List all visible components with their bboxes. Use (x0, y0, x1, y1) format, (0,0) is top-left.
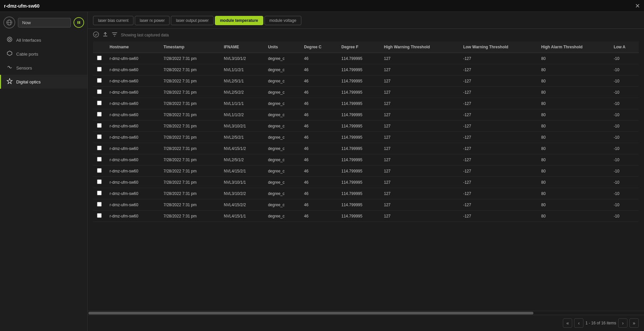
cell-degree-f: 114.799995 (337, 211, 380, 222)
now-button[interactable]: Now (18, 18, 71, 27)
row-checkbox[interactable] (97, 101, 102, 105)
filter-icon[interactable] (112, 31, 118, 39)
tab-module-temperature[interactable]: module temperature (215, 16, 263, 25)
cell-low-alarm: -10 (610, 177, 639, 188)
row-checkbox-cell[interactable] (93, 166, 106, 177)
row-checkbox[interactable] (97, 78, 102, 83)
row-checkbox-cell[interactable] (93, 87, 106, 98)
cell-low-warning: -127 (459, 132, 537, 143)
cell-low-warning: -127 (459, 211, 537, 222)
row-checkbox-cell[interactable] (93, 188, 106, 199)
svg-point-5 (7, 37, 12, 42)
row-checkbox[interactable] (97, 168, 102, 173)
cell-hostname: r-dmz-ufm-sw60 (106, 132, 160, 143)
tab-module-voltage[interactable]: module voltage (265, 16, 301, 25)
pagination-next-button[interactable]: › (618, 318, 627, 328)
cell-units: degree_c (264, 143, 300, 154)
tab-laser-output-power[interactable]: laser output power (171, 16, 214, 25)
row-checkbox[interactable] (97, 213, 102, 218)
sidebar-item-all-interfaces[interactable]: All Interfaces (0, 33, 87, 47)
row-checkbox[interactable] (97, 157, 102, 162)
row-checkbox[interactable] (97, 123, 102, 128)
row-checkbox[interactable] (97, 56, 102, 60)
row-checkbox-cell[interactable] (93, 199, 106, 211)
row-checkbox[interactable] (97, 202, 102, 207)
cell-degree-f: 114.799995 (337, 87, 380, 98)
row-checkbox-cell[interactable] (93, 154, 106, 166)
cell-degree-c: 46 (300, 109, 337, 120)
sidebar-item-cable-ports[interactable]: Cable ports (0, 47, 87, 61)
scrollbar-thumb[interactable] (88, 312, 533, 314)
cell-degree-f: 114.799995 (337, 154, 380, 166)
cell-high-alarm: 80 (537, 166, 610, 177)
col-hostname: Hostname (106, 41, 160, 53)
row-checkbox-cell[interactable] (93, 64, 106, 75)
cell-high-warning: 127 (380, 143, 459, 154)
tab-laser-rx-power[interactable]: laser rx power (135, 16, 170, 25)
cell-timestamp: 7/28/2022 7:31 pm (160, 211, 220, 222)
row-checkbox[interactable] (97, 179, 102, 184)
row-checkbox-cell[interactable] (93, 53, 106, 64)
cell-hostname: r-dmz-ufm-sw60 (106, 199, 160, 211)
cell-low-warning: -127 (459, 109, 537, 120)
cell-low-warning: -127 (459, 64, 537, 75)
table-header-row: Hostname Timestamp IFNAME Units Degree C… (93, 41, 639, 53)
cell-timestamp: 7/28/2022 7:31 pm (160, 132, 220, 143)
row-checkbox-cell[interactable] (93, 143, 106, 154)
row-checkbox[interactable] (97, 191, 102, 195)
cell-timestamp: 7/28/2022 7:31 pm (160, 199, 220, 211)
cell-high-warning: 127 (380, 75, 459, 87)
cell-hostname: r-dmz-ufm-sw60 (106, 64, 160, 75)
row-checkbox-cell[interactable] (93, 211, 106, 222)
main-layout: Now All Interfaces (0, 12, 644, 331)
row-checkbox[interactable] (97, 89, 102, 94)
row-checkbox[interactable] (97, 67, 102, 71)
row-checkbox-cell[interactable] (93, 132, 106, 143)
row-checkbox[interactable] (97, 146, 102, 150)
cell-high-alarm: 80 (537, 53, 610, 64)
cell-low-warning: -127 (459, 120, 537, 132)
row-checkbox[interactable] (97, 112, 102, 117)
upload-icon[interactable] (102, 31, 108, 39)
close-button[interactable]: ✕ (635, 3, 640, 9)
row-checkbox-cell[interactable] (93, 98, 106, 109)
sensors-icon (6, 64, 13, 71)
cell-degree-c: 46 (300, 211, 337, 222)
svg-marker-9 (7, 78, 12, 84)
cell-timestamp: 7/28/2022 7:31 pm (160, 120, 220, 132)
pagination-prev-button[interactable]: ‹ (574, 318, 583, 328)
row-checkbox-cell[interactable] (93, 109, 106, 120)
col-high-warning: High Warning Threshold (380, 41, 459, 53)
cell-units: degree_c (264, 177, 300, 188)
cell-hostname: r-dmz-ufm-sw60 (106, 75, 160, 87)
cell-degree-c: 46 (300, 75, 337, 87)
horizontal-scrollbar[interactable] (88, 311, 644, 315)
pagination-last-button[interactable]: » (629, 318, 639, 328)
cell-ifname: NVL2/5/2/1 (220, 132, 264, 143)
cell-low-alarm: -10 (610, 188, 639, 199)
table-row: r-dmz-ufm-sw60 7/28/2022 7:31 pm NVL1/1/… (93, 109, 639, 120)
cell-timestamp: 7/28/2022 7:31 pm (160, 177, 220, 188)
cell-ifname: NVL1/1/2/2 (220, 109, 264, 120)
cell-high-warning: 127 (380, 199, 459, 211)
tabs-bar: laser bias current laser rx power laser … (88, 12, 644, 29)
row-checkbox[interactable] (97, 134, 102, 139)
cell-timestamp: 7/28/2022 7:31 pm (160, 98, 220, 109)
sidebar: Now All Interfaces (0, 12, 88, 331)
pagination-first-button[interactable]: « (563, 318, 572, 328)
pause-button[interactable] (74, 17, 84, 28)
row-checkbox-cell[interactable] (93, 177, 106, 188)
sidebar-item-label-digital-optics: Digital optics (16, 79, 41, 84)
cell-high-alarm: 80 (537, 132, 610, 143)
sidebar-item-digital-optics[interactable]: Digital optics (0, 75, 87, 89)
tab-laser-bias-current[interactable]: laser bias current (93, 16, 133, 25)
row-checkbox-cell[interactable] (93, 75, 106, 87)
cell-hostname: r-dmz-ufm-sw60 (106, 154, 160, 166)
table-row: r-dmz-ufm-sw60 7/28/2022 7:31 pm NVL1/1/… (93, 98, 639, 109)
cell-hostname: r-dmz-ufm-sw60 (106, 120, 160, 132)
sidebar-item-sensors[interactable]: Sensors (0, 61, 87, 75)
cell-high-warning: 127 (380, 98, 459, 109)
cell-units: degree_c (264, 120, 300, 132)
cell-timestamp: 7/28/2022 7:31 pm (160, 53, 220, 64)
row-checkbox-cell[interactable] (93, 120, 106, 132)
